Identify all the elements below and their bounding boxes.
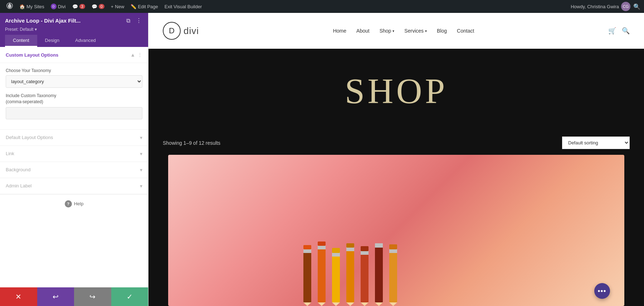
howdy-text: Howdy, Christina Gwira	[571, 4, 619, 9]
svg-marker-22	[375, 302, 383, 306]
panel-copy-icon[interactable]: ⧉	[125, 17, 132, 25]
exit-vb-item[interactable]: Exit Visual Builder	[162, 3, 205, 11]
my-sites-label: My Sites	[26, 4, 44, 9]
help-label: Help	[74, 201, 84, 206]
default-layout-options-header[interactable]: Default Layout Options ▾	[0, 130, 148, 146]
svg-rect-8	[318, 242, 326, 246]
svg-rect-13	[346, 247, 354, 302]
svg-rect-16	[346, 243, 354, 248]
nav-contact[interactable]: Contact	[457, 28, 474, 34]
my-sites-item[interactable]: 🏠 My Sites	[16, 3, 47, 11]
tab-advanced[interactable]: Advanced	[67, 35, 104, 47]
bottom-action-bar: ✕ ↩ ↪ ✓	[0, 287, 148, 306]
divi-label: Divi	[58, 4, 66, 9]
default-layout-options-expand-icon[interactable]: ▾	[140, 135, 142, 140]
sort-select[interactable]: Default sorting Sort by popularity Sort …	[562, 137, 630, 149]
site-logo: D divi	[163, 22, 199, 40]
admin-label-title: Admin Label	[6, 183, 31, 188]
admin-label-expand-icon[interactable]: ▾	[140, 183, 142, 189]
background-title: Background	[6, 167, 30, 172]
pencil-icon: ✏️	[131, 4, 136, 9]
fab-button[interactable]: •••	[594, 283, 610, 299]
nav-home[interactable]: Home	[333, 28, 346, 34]
logo-text: divi	[184, 25, 199, 37]
taxonomy-label: Choose Your Taxonomy	[6, 68, 142, 73]
save-button[interactable]: ✓	[111, 287, 148, 306]
redo-button[interactable]: ↪	[74, 287, 111, 306]
link-header[interactable]: Link ▾	[0, 146, 148, 162]
svg-rect-9	[332, 252, 340, 302]
svg-rect-23	[375, 243, 383, 248]
redo-icon: ↪	[89, 292, 96, 301]
svg-rect-21	[375, 243, 383, 302]
undo-icon: ↩	[53, 292, 59, 301]
nav-shop[interactable]: Shop	[380, 28, 395, 34]
preset-selector[interactable]: Preset: Default ▾	[5, 27, 143, 32]
nav-icons: 🛒 🔍	[608, 27, 630, 35]
results-text: Showing 1–9 of 12 results	[163, 140, 220, 146]
custom-taxonomy-field-group: Include Custom Taxonomy(comma-seperated)	[6, 93, 142, 119]
search-site-icon[interactable]: 🔍	[622, 27, 630, 35]
shop-grid-area: •••	[148, 155, 644, 306]
settings-panel: Archive Loop - Divi Ajax Filt... ⧉ ⋮ Pre…	[0, 13, 148, 306]
svg-marker-10	[332, 302, 340, 306]
link-title: Link	[6, 151, 14, 156]
shop-toolbar: Showing 1–9 of 12 results Default sortin…	[148, 133, 644, 155]
help-section: ? Help	[0, 194, 148, 213]
reply-icon: 💬	[92, 4, 97, 9]
svg-rect-1	[303, 249, 311, 302]
default-layout-options-title: Default Layout Options	[6, 135, 53, 140]
edit-page-item[interactable]: ✏️ Edit Page	[128, 3, 161, 11]
custom-layout-options-content: Choose Your Taxonomy layout_category lay…	[0, 63, 148, 130]
comments-item[interactable]: 💬 3	[69, 3, 88, 11]
comments-icon: 💬	[72, 4, 78, 9]
exit-vb-label: Exit Visual Builder	[165, 4, 202, 9]
tab-design[interactable]: Design	[37, 35, 67, 47]
wp-admin-bar: 🏠 My Sites D Divi 💬 3 💬 0 + New ✏️ Edit …	[0, 0, 644, 13]
taxonomy-select[interactable]: layout_category layout_tag layout_type	[6, 75, 142, 88]
wp-logo-item[interactable]	[4, 1, 16, 12]
cart-icon[interactable]: 🛒	[608, 27, 616, 35]
svg-rect-5	[318, 245, 326, 302]
site-nav: Home About Shop Services Blog Contact	[333, 28, 474, 34]
background-expand-icon[interactable]: ▾	[140, 167, 142, 173]
svg-rect-17	[361, 250, 369, 302]
fab-icon: •••	[598, 287, 606, 295]
nav-blog[interactable]: Blog	[437, 28, 447, 34]
new-item[interactable]: + New	[108, 3, 127, 11]
link-expand-icon[interactable]: ▾	[140, 151, 142, 157]
search-icon[interactable]: 🔍	[633, 3, 640, 10]
user-avatar[interactable]: CG	[621, 2, 630, 11]
reply-item[interactable]: 💬 0	[89, 3, 107, 11]
custom-layout-options-title: Custom Layout Options	[6, 52, 58, 58]
panel-menu-icon[interactable]: ⋮	[135, 16, 143, 25]
logo-circle: D	[163, 22, 181, 40]
hero-section: SHOP	[148, 49, 644, 133]
svg-rect-27	[389, 244, 397, 249]
undo-button[interactable]: ↩	[37, 287, 74, 306]
reply-badge: 0	[99, 4, 104, 9]
new-label: New	[115, 4, 124, 9]
howdy-section: Howdy, Christina Gwira CG	[571, 2, 630, 11]
save-icon: ✓	[127, 292, 133, 301]
edit-page-label: Edit Page	[138, 4, 158, 9]
custom-layout-options-menu-icon[interactable]: ⋮	[137, 52, 142, 58]
help-button[interactable]: ? Help	[65, 200, 84, 207]
panel-content: Custom Layout Options ▲ ⋮ Choose Your Ta…	[0, 47, 148, 287]
admin-label-header[interactable]: Admin Label ▾	[0, 178, 148, 194]
comment-badge: 3	[79, 4, 85, 9]
custom-taxonomy-input[interactable]	[6, 107, 142, 119]
nav-about[interactable]: About	[356, 28, 370, 34]
nav-services[interactable]: Services	[404, 28, 427, 34]
cancel-button[interactable]: ✕	[0, 287, 37, 306]
background-header[interactable]: Background ▾	[0, 162, 148, 178]
custom-layout-options-header[interactable]: Custom Layout Options ▲ ⋮	[0, 47, 148, 63]
svg-rect-4	[303, 245, 311, 249]
svg-rect-20	[361, 246, 369, 251]
divi-item[interactable]: D Divi	[48, 2, 69, 11]
custom-layout-options-collapse-icon[interactable]: ▲	[130, 52, 135, 58]
svg-marker-6	[318, 302, 326, 306]
svg-rect-12	[332, 248, 340, 253]
tab-content[interactable]: Content	[5, 35, 37, 47]
panel-tabs: Content Design Advanced	[5, 35, 143, 47]
